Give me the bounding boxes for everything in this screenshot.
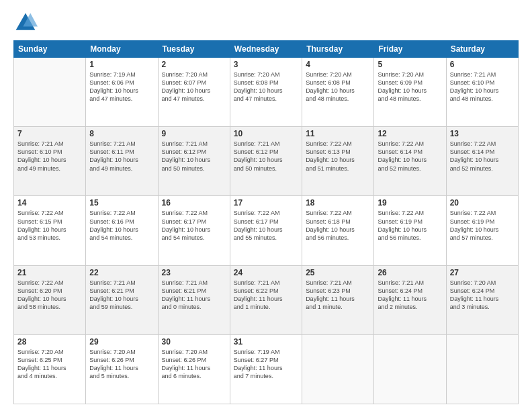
day-info: Sunrise: 7:22 AM Sunset: 6:14 PM Dayligh… (450, 140, 515, 173)
day-info: Sunrise: 7:20 AM Sunset: 6:08 PM Dayligh… (306, 71, 370, 103)
weekday-header-tuesday: Tuesday (158, 41, 230, 58)
calendar-cell: 24Sunrise: 7:21 AM Sunset: 6:22 PM Dayli… (230, 265, 302, 334)
day-info: Sunrise: 7:21 AM Sunset: 6:10 PM Dayligh… (450, 71, 515, 103)
day-info: Sunrise: 7:22 AM Sunset: 6:14 PM Dayligh… (378, 140, 442, 173)
calendar-cell: 16Sunrise: 7:22 AM Sunset: 6:17 PM Dayli… (158, 196, 230, 265)
day-number: 14 (17, 198, 82, 208)
day-number: 19 (378, 198, 442, 208)
calendar-cell: 8Sunrise: 7:21 AM Sunset: 6:11 PM Daylig… (86, 127, 158, 196)
day-number: 1 (89, 60, 154, 69)
day-info: Sunrise: 7:21 AM Sunset: 6:22 PM Dayligh… (234, 279, 298, 312)
calendar-cell (374, 334, 446, 404)
day-number: 26 (378, 268, 442, 277)
calendar-cell: 12Sunrise: 7:22 AM Sunset: 6:14 PM Dayli… (374, 127, 446, 196)
calendar-cell (302, 334, 374, 404)
day-number: 6 (450, 60, 515, 69)
day-info: Sunrise: 7:21 AM Sunset: 6:23 PM Dayligh… (306, 279, 370, 312)
calendar-cell: 28Sunrise: 7:20 AM Sunset: 6:25 PM Dayli… (14, 334, 86, 404)
calendar-cell: 1Sunrise: 7:19 AM Sunset: 6:06 PM Daylig… (86, 58, 158, 127)
day-info: Sunrise: 7:20 AM Sunset: 6:08 PM Dayligh… (234, 71, 298, 103)
page: SundayMondayTuesdayWednesdayThursdayFrid… (0, 0, 532, 411)
day-info: Sunrise: 7:22 AM Sunset: 6:19 PM Dayligh… (378, 209, 442, 242)
day-number: 30 (162, 337, 226, 347)
day-number: 22 (89, 268, 154, 277)
day-info: Sunrise: 7:22 AM Sunset: 6:18 PM Dayligh… (306, 209, 370, 242)
calendar-cell: 2Sunrise: 7:20 AM Sunset: 6:07 PM Daylig… (158, 58, 230, 127)
calendar-cell: 13Sunrise: 7:22 AM Sunset: 6:14 PM Dayli… (446, 127, 518, 196)
weekday-header-thursday: Thursday (302, 41, 374, 58)
weekday-header-saturday: Saturday (446, 41, 518, 58)
day-number: 17 (234, 198, 298, 208)
calendar-week-row: 21Sunrise: 7:22 AM Sunset: 6:20 PM Dayli… (14, 265, 519, 334)
calendar-cell: 20Sunrise: 7:22 AM Sunset: 6:19 PM Dayli… (446, 196, 518, 265)
calendar-week-row: 14Sunrise: 7:22 AM Sunset: 6:15 PM Dayli… (14, 196, 519, 265)
day-info: Sunrise: 7:21 AM Sunset: 6:10 PM Dayligh… (17, 140, 82, 173)
day-info: Sunrise: 7:20 AM Sunset: 6:09 PM Dayligh… (378, 71, 442, 103)
calendar-cell (14, 58, 86, 127)
day-number: 18 (306, 198, 370, 208)
calendar-cell: 22Sunrise: 7:21 AM Sunset: 6:21 PM Dayli… (86, 265, 158, 334)
calendar-cell: 25Sunrise: 7:21 AM Sunset: 6:23 PM Dayli… (302, 265, 374, 334)
day-info: Sunrise: 7:20 AM Sunset: 6:24 PM Dayligh… (450, 279, 515, 312)
calendar-cell: 31Sunrise: 7:19 AM Sunset: 6:27 PM Dayli… (230, 334, 302, 404)
day-info: Sunrise: 7:22 AM Sunset: 6:19 PM Dayligh… (450, 209, 515, 242)
day-info: Sunrise: 7:19 AM Sunset: 6:06 PM Dayligh… (89, 71, 154, 103)
calendar-cell: 14Sunrise: 7:22 AM Sunset: 6:15 PM Dayli… (14, 196, 86, 265)
calendar-cell: 6Sunrise: 7:21 AM Sunset: 6:10 PM Daylig… (446, 58, 518, 127)
day-number: 20 (450, 198, 515, 208)
day-info: Sunrise: 7:21 AM Sunset: 6:21 PM Dayligh… (162, 279, 226, 312)
day-number: 7 (17, 129, 82, 138)
calendar-cell: 5Sunrise: 7:20 AM Sunset: 6:09 PM Daylig… (374, 58, 446, 127)
day-number: 25 (306, 268, 370, 277)
day-info: Sunrise: 7:22 AM Sunset: 6:16 PM Dayligh… (89, 209, 154, 242)
calendar-cell: 3Sunrise: 7:20 AM Sunset: 6:08 PM Daylig… (230, 58, 302, 127)
day-number: 27 (450, 268, 515, 277)
weekday-header-row: SundayMondayTuesdayWednesdayThursdayFrid… (14, 41, 519, 58)
weekday-header-sunday: Sunday (14, 41, 86, 58)
weekday-header-monday: Monday (86, 41, 158, 58)
day-info: Sunrise: 7:22 AM Sunset: 6:17 PM Dayligh… (162, 209, 226, 242)
calendar-week-row: 7Sunrise: 7:21 AM Sunset: 6:10 PM Daylig… (14, 127, 519, 196)
day-number: 11 (306, 129, 370, 138)
calendar-cell: 30Sunrise: 7:20 AM Sunset: 6:26 PM Dayli… (158, 334, 230, 404)
day-number: 4 (306, 60, 370, 69)
calendar-cell: 9Sunrise: 7:21 AM Sunset: 6:12 PM Daylig… (158, 127, 230, 196)
calendar-cell: 17Sunrise: 7:22 AM Sunset: 6:17 PM Dayli… (230, 196, 302, 265)
day-number: 28 (17, 337, 82, 347)
calendar-cell (446, 334, 518, 404)
weekday-header-friday: Friday (374, 41, 446, 58)
calendar-cell: 15Sunrise: 7:22 AM Sunset: 6:16 PM Dayli… (86, 196, 158, 265)
calendar-cell: 10Sunrise: 7:21 AM Sunset: 6:12 PM Dayli… (230, 127, 302, 196)
day-info: Sunrise: 7:21 AM Sunset: 6:12 PM Dayligh… (234, 140, 298, 173)
day-info: Sunrise: 7:20 AM Sunset: 6:07 PM Dayligh… (162, 71, 226, 103)
weekday-header-wednesday: Wednesday (230, 41, 302, 58)
calendar-cell: 23Sunrise: 7:21 AM Sunset: 6:21 PM Dayli… (158, 265, 230, 334)
calendar-week-row: 28Sunrise: 7:20 AM Sunset: 6:25 PM Dayli… (14, 334, 519, 404)
day-number: 2 (162, 60, 226, 69)
day-info: Sunrise: 7:20 AM Sunset: 6:26 PM Dayligh… (89, 348, 154, 381)
day-info: Sunrise: 7:22 AM Sunset: 6:15 PM Dayligh… (17, 209, 82, 242)
calendar-table: SundayMondayTuesdayWednesdayThursdayFrid… (13, 40, 519, 404)
logo-icon (13, 11, 38, 35)
day-info: Sunrise: 7:19 AM Sunset: 6:27 PM Dayligh… (234, 348, 298, 381)
day-number: 23 (162, 268, 226, 277)
day-info: Sunrise: 7:21 AM Sunset: 6:21 PM Dayligh… (89, 279, 154, 312)
day-info: Sunrise: 7:20 AM Sunset: 6:26 PM Dayligh… (162, 348, 226, 381)
day-number: 5 (378, 60, 442, 69)
day-number: 10 (234, 129, 298, 138)
day-info: Sunrise: 7:21 AM Sunset: 6:11 PM Dayligh… (89, 140, 154, 173)
day-number: 29 (89, 337, 154, 347)
day-number: 31 (234, 337, 298, 347)
day-number: 16 (162, 198, 226, 208)
day-number: 21 (17, 268, 82, 277)
logo (13, 11, 40, 35)
day-info: Sunrise: 7:22 AM Sunset: 6:20 PM Dayligh… (17, 279, 82, 312)
calendar-week-row: 1Sunrise: 7:19 AM Sunset: 6:06 PM Daylig… (14, 58, 519, 127)
calendar-cell: 27Sunrise: 7:20 AM Sunset: 6:24 PM Dayli… (446, 265, 518, 334)
day-number: 13 (450, 129, 515, 138)
calendar-cell: 18Sunrise: 7:22 AM Sunset: 6:18 PM Dayli… (302, 196, 374, 265)
calendar-cell: 11Sunrise: 7:22 AM Sunset: 6:13 PM Dayli… (302, 127, 374, 196)
calendar-cell: 7Sunrise: 7:21 AM Sunset: 6:10 PM Daylig… (14, 127, 86, 196)
day-info: Sunrise: 7:21 AM Sunset: 6:12 PM Dayligh… (162, 140, 226, 173)
day-number: 24 (234, 268, 298, 277)
